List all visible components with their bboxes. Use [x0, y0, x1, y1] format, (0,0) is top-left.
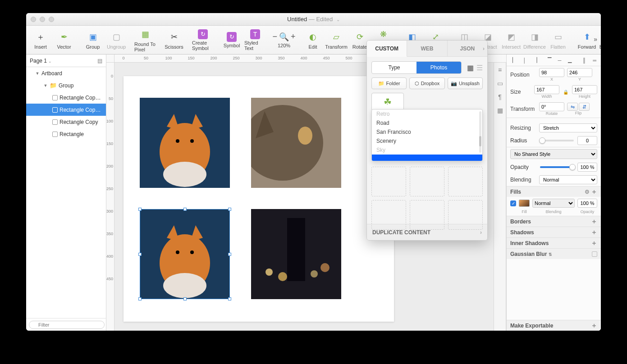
- grid-view-icon[interactable]: ▦: [467, 64, 474, 72]
- difference-button[interactable]: ◨Difference: [524, 27, 545, 53]
- add-inner-shadow-icon[interactable]: ＋: [591, 239, 597, 247]
- placeholder-slot[interactable]: [410, 167, 444, 196]
- placeholder-slot[interactable]: [371, 200, 406, 230]
- align-middle-icon[interactable]: ─: [555, 56, 564, 64]
- placeholder-slot[interactable]: [410, 200, 444, 230]
- close-button[interactable]: [31, 17, 36, 22]
- resize-handle[interactable]: [228, 253, 231, 256]
- zoom-in-icon[interactable]: +: [291, 32, 296, 41]
- resize-handle[interactable]: [228, 297, 231, 300]
- artboard-panel-icon[interactable]: ▭: [495, 79, 504, 88]
- radius-slider[interactable]: [540, 140, 574, 141]
- filter-input[interactable]: [29, 321, 105, 329]
- layer-rectangle-selected[interactable]: Rectangle Cop…: [26, 104, 106, 116]
- gaussian-header[interactable]: Gaussian Blur ⇅: [507, 248, 601, 259]
- title-menu-chevron[interactable]: ⌄: [336, 17, 340, 22]
- blending-select[interactable]: Normal: [539, 175, 597, 184]
- align-center-h-icon[interactable]: │: [520, 56, 529, 64]
- add-export-icon[interactable]: ＋: [591, 322, 597, 330]
- insert-button[interactable]: ＋Insert: [30, 27, 51, 53]
- dropdown-item[interactable]: Scenery: [372, 136, 482, 146]
- intersect-button[interactable]: ◩Intersect: [500, 27, 522, 53]
- fill-enabled-checkbox[interactable]: ✓: [510, 200, 516, 206]
- list-view-icon[interactable]: ☰: [476, 64, 483, 72]
- tab-custom[interactable]: CUSTOM: [367, 41, 407, 57]
- layer-rectangle[interactable]: Rectangle Cop…: [26, 91, 106, 104]
- fill-swatch[interactable]: [519, 200, 530, 207]
- resize-handle[interactable]: [138, 297, 142, 300]
- align-panel-icon[interactable]: ≡: [495, 65, 504, 74]
- layer-rectangle[interactable]: Rectangle Copy: [26, 116, 106, 128]
- distribute-h-icon[interactable]: ║: [580, 56, 589, 64]
- dropdown-selection-bar[interactable]: [372, 155, 482, 161]
- zoom-out-icon[interactable]: −: [272, 32, 277, 41]
- image-fox-top[interactable]: [140, 98, 230, 188]
- opacity-slider[interactable]: [540, 166, 574, 168]
- rotate-input[interactable]: [539, 102, 564, 111]
- text-panel-icon[interactable]: ¶: [495, 92, 504, 101]
- flip-v-button[interactable]: ⇵: [579, 103, 590, 111]
- inner-shadows-header[interactable]: Inner Shadows＋: [507, 237, 601, 248]
- x-input[interactable]: [539, 68, 564, 77]
- lock-icon[interactable]: 🔒: [562, 90, 569, 95]
- align-bottom-icon[interactable]: ▁: [565, 56, 574, 64]
- gear-icon[interactable]: ⚙: [585, 189, 590, 195]
- resize-handle[interactable]: [138, 253, 142, 256]
- flip-h-button[interactable]: ⇋: [567, 103, 578, 111]
- tab-web[interactable]: WEB: [407, 41, 447, 57]
- opacity-input[interactable]: [577, 163, 597, 172]
- align-right-icon[interactable]: ▕: [531, 56, 540, 64]
- image-bokeh[interactable]: [251, 209, 341, 299]
- page-list-icon[interactable]: ▤: [97, 58, 102, 64]
- styled-text-button[interactable]: TStyled Text: [244, 27, 266, 53]
- zoom-button[interactable]: [49, 17, 54, 22]
- layer-group[interactable]: ▼📁Group: [26, 79, 106, 91]
- y-input[interactable]: [567, 68, 592, 77]
- zoom-control[interactable]: −🔍+ 120%: [273, 27, 295, 53]
- minimize-button[interactable]: [40, 17, 45, 22]
- dropbox-button[interactable]: ⬡Dropbox: [409, 77, 444, 89]
- ungroup-button[interactable]: ▢Ungroup: [105, 27, 127, 53]
- dropdown-item[interactable]: Road: [372, 118, 482, 127]
- resize-handle[interactable]: [228, 208, 231, 211]
- create-symbol-button[interactable]: ↻Create Symbol: [192, 27, 214, 53]
- export-header[interactable]: Make Exportable＋: [507, 320, 601, 331]
- edit-button[interactable]: ◐Edit: [302, 27, 324, 53]
- radius-input[interactable]: [577, 136, 597, 145]
- align-left-icon[interactable]: ▏: [510, 56, 519, 64]
- page-selector[interactable]: Page 1 ⌄ ▤: [26, 55, 106, 67]
- resizing-select[interactable]: Stretch: [539, 123, 597, 132]
- shared-style-select[interactable]: No Shared Style: [510, 149, 597, 159]
- symbol-button[interactable]: ↻Symbol: [221, 27, 243, 53]
- placeholder-slot[interactable]: [448, 167, 483, 196]
- fill-opacity-input[interactable]: [577, 199, 597, 208]
- dropdown-item[interactable]: Retro: [372, 109, 482, 118]
- dropdown-item[interactable]: San Francisco: [372, 127, 482, 136]
- flatten-button[interactable]: ▭Flatten: [547, 27, 569, 53]
- distribute-v-icon[interactable]: ═: [590, 56, 599, 64]
- search-input[interactable]: ☘: [371, 93, 404, 111]
- image-cat[interactable]: [251, 98, 341, 188]
- height-input[interactable]: [572, 85, 597, 94]
- resize-handle[interactable]: [138, 208, 142, 211]
- chevron-updown-icon[interactable]: ⇅: [549, 252, 552, 257]
- gaussian-checkbox[interactable]: [592, 251, 597, 257]
- align-top-icon[interactable]: ▔: [545, 56, 554, 64]
- disclosure-triangle-icon[interactable]: ▼: [43, 83, 48, 88]
- shadows-header[interactable]: Shadows＋: [507, 227, 601, 237]
- disclosure-triangle-icon[interactable]: ▼: [35, 71, 40, 76]
- unsplash-button[interactable]: 📷Unsplash: [448, 77, 483, 89]
- folder-button[interactable]: 📁Folder: [371, 77, 407, 89]
- layer-artboard[interactable]: ▼Artboard: [26, 67, 106, 79]
- transform-button[interactable]: ▱Transform: [325, 27, 347, 53]
- width-input[interactable]: [534, 85, 559, 94]
- round-to-pixel-button[interactable]: ▦Round To Pixel: [134, 27, 156, 53]
- vector-button[interactable]: ✒Vector: [53, 27, 75, 53]
- layout-panel-icon[interactable]: ▦: [495, 106, 504, 115]
- resize-handle[interactable]: [183, 208, 187, 211]
- group-button[interactable]: ▣Group: [82, 27, 104, 53]
- resize-handle[interactable]: [183, 297, 187, 300]
- segment-photos[interactable]: Photos: [416, 62, 461, 73]
- placeholder-slot[interactable]: [371, 167, 406, 196]
- scrollbar[interactable]: [479, 111, 481, 153]
